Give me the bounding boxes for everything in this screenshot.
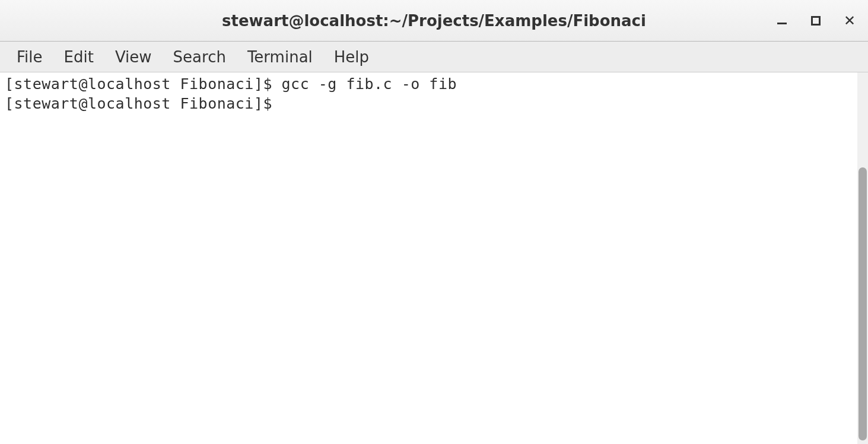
maximize-button[interactable] [809, 14, 822, 27]
prompt: [stewart@localhost Fibonaci]$ [5, 75, 282, 93]
minimize-button[interactable] [775, 14, 788, 27]
window-title: stewart@localhost:~/Projects/Examples/Fi… [222, 12, 646, 30]
titlebar: stewart@localhost:~/Projects/Examples/Fi… [0, 0, 868, 42]
menu-search[interactable]: Search [163, 43, 237, 71]
terminal-line: [stewart@localhost Fibonaci]$ [5, 94, 853, 114]
terminal-line: [stewart@localhost Fibonaci]$ gcc -g fib… [5, 75, 853, 94]
scrollbar-thumb[interactable] [859, 167, 867, 440]
close-icon: ✕ [844, 14, 856, 28]
menu-file[interactable]: File [6, 43, 53, 71]
scrollbar[interactable] [857, 72, 868, 444]
terminal-container: [stewart@localhost Fibonaci]$ gcc -g fib… [0, 72, 868, 444]
close-button[interactable]: ✕ [843, 14, 856, 27]
window-controls: ✕ [775, 14, 856, 27]
prompt: [stewart@localhost Fibonaci]$ [5, 95, 282, 112]
minimize-icon [777, 23, 787, 24]
menu-help[interactable]: Help [323, 43, 380, 71]
menu-terminal[interactable]: Terminal [237, 43, 323, 71]
menu-view[interactable]: View [104, 43, 163, 71]
menu-edit[interactable]: Edit [53, 43, 104, 71]
terminal-area[interactable]: [stewart@localhost Fibonaci]$ gcc -g fib… [0, 72, 857, 444]
menubar: File Edit View Search Terminal Help [0, 42, 868, 72]
maximize-icon [811, 16, 821, 26]
command: gcc -g fib.c -o fib [282, 75, 457, 93]
